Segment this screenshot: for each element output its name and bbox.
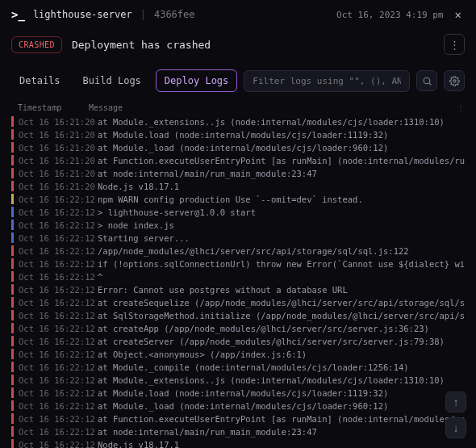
svg-point-2: [453, 79, 455, 82]
log-message: at node:internal/main/run_main_module:23…: [98, 426, 465, 438]
log-timestamp: Oct 16 16:22:12: [19, 323, 93, 334]
log-message: at Function.executeUserEntryPoint [as ru…: [98, 155, 465, 166]
column-timestamp: Timestamp: [18, 103, 82, 112]
log-message: Starting server...: [98, 232, 465, 244]
column-menu-icon[interactable]: ⋮: [457, 103, 465, 112]
log-columns: Timestamp Message ⋮: [0, 100, 476, 115]
severity-stripe: [11, 400, 14, 411]
filter-input[interactable]: [244, 70, 410, 92]
log-timestamp: Oct 16 16:22:12: [19, 220, 93, 231]
log-row[interactable]: Oct 16 16:22:12at createSequelize (/app/…: [11, 296, 465, 309]
log-row[interactable]: Oct 16 16:22:12at Module._compile (node:…: [11, 361, 465, 374]
search-button[interactable]: [416, 70, 437, 91]
tab-details[interactable]: Details: [11, 70, 69, 91]
log-row[interactable]: Oct 16 16:22:12npm WARN config productio…: [11, 193, 465, 206]
log-timestamp: Oct 16 16:22:12: [19, 336, 93, 347]
log-message: at Module._load (node:internal/modules/c…: [98, 400, 465, 412]
log-timestamp: Oct 16 16:22:12: [19, 362, 93, 373]
log-message: at Module.load (node:internal/modules/cj…: [98, 129, 465, 140]
arrow-down-icon: ↓: [453, 422, 459, 434]
column-message: Message: [89, 103, 465, 112]
tab-deploy-logs[interactable]: Deploy Logs: [156, 69, 237, 92]
divider: |: [140, 9, 146, 20]
log-timestamp: Oct 16 16:22:12: [19, 413, 93, 425]
log-message: at Function.executeUserEntryPoint [as ru…: [98, 413, 465, 425]
log-timestamp: Oct 16 16:22:12: [19, 245, 93, 257]
severity-stripe: [11, 142, 14, 153]
severity-stripe: [11, 220, 14, 230]
dots-vertical-icon: ⋮: [449, 39, 460, 51]
severity-stripe: [11, 194, 14, 204]
log-row[interactable]: Oct 16 16:22:12at Module._extensions..js…: [11, 374, 465, 387]
log-timestamp: Oct 16 16:22:12: [19, 349, 93, 360]
tab-build-logs[interactable]: Build Logs: [75, 70, 149, 91]
severity-stripe: [11, 284, 14, 295]
log-row[interactable]: Oct 16 16:21:20at node:internal/main/run…: [11, 167, 465, 180]
log-message: Error: Cannot use postgres without a dat…: [98, 284, 465, 295]
severity-stripe: [11, 155, 14, 165]
log-timestamp: Oct 16 16:22:12: [19, 284, 93, 295]
log-row[interactable]: Oct 16 16:22:12/app/node_modules/@lhci/s…: [11, 245, 465, 257]
log-timestamp: Oct 16 16:22:12: [19, 426, 93, 438]
log-row[interactable]: Oct 16 16:22:12at Object.<anonymous> (/a…: [11, 348, 465, 361]
log-row[interactable]: Oct 16 16:22:12Node.js v18.17.1: [11, 438, 465, 448]
close-icon[interactable]: ✕: [452, 8, 465, 21]
log-timestamp: Oct 16 16:22:12: [19, 207, 93, 218]
tabs-row: Details Build Logs Deploy Logs: [0, 65, 476, 100]
log-row[interactable]: Oct 16 16:22:12> lighthouse-server@1.0.0…: [11, 206, 465, 219]
log-row[interactable]: Oct 16 16:22:12at createServer (/app/nod…: [11, 335, 465, 348]
log-timestamp: Oct 16 16:22:12: [19, 439, 93, 448]
log-row[interactable]: Oct 16 16:22:12> node index.js: [11, 219, 465, 232]
log-timestamp: Oct 16 16:22:12: [19, 271, 93, 283]
settings-button[interactable]: [444, 70, 465, 91]
log-message: if (!options.sqlConnectionUrl) throw new…: [98, 258, 465, 270]
log-message: at createServer (/app/node_modules/@lhci…: [98, 336, 465, 347]
more-menu-button[interactable]: ⋮: [444, 34, 465, 55]
log-message: Node.js v18.17.1: [98, 439, 465, 448]
log-message: at node:internal/main/run_main_module:23…: [98, 168, 465, 179]
severity-stripe: [11, 310, 14, 320]
log-row[interactable]: Oct 16 16:21:20Node.js v18.17.1: [11, 180, 465, 193]
log-row[interactable]: Oct 16 16:22:12at node:internal/main/run…: [11, 425, 465, 438]
server-name[interactable]: lighthouse-server: [33, 9, 132, 20]
terminal-icon: >_: [11, 8, 25, 21]
log-message: at createSequelize (/app/node_modules/@l…: [98, 297, 465, 308]
log-list[interactable]: Oct 16 16:21:20at Module._extensions..js…: [0, 115, 476, 448]
commit-hash[interactable]: 4366fee: [154, 9, 195, 20]
log-timestamp: Oct 16 16:21:20: [19, 129, 93, 140]
log-timestamp: Oct 16 16:22:12: [19, 387, 93, 399]
severity-stripe: [11, 336, 14, 346]
status-message: Deployment has crashed: [72, 39, 211, 51]
log-row[interactable]: Oct 16 16:22:12Error: Cannot use postgre…: [11, 283, 465, 296]
log-message: Node.js v18.17.1: [98, 181, 465, 192]
scroll-controls: ↑ ↓: [445, 391, 466, 438]
arrow-up-icon: ↑: [453, 396, 459, 408]
log-row[interactable]: Oct 16 16:22:12at Function.executeUserEn…: [11, 412, 465, 425]
log-message: at createApp (/app/node_modules/@lhci/se…: [98, 323, 465, 334]
severity-stripe: [11, 129, 14, 140]
gear-icon: [449, 76, 460, 86]
severity-stripe: [11, 271, 14, 282]
log-message: > node index.js: [98, 220, 465, 231]
log-row[interactable]: Oct 16 16:22:12at Module.load (node:inte…: [11, 387, 465, 400]
severity-stripe: [11, 207, 14, 217]
log-row[interactable]: Oct 16 16:21:20at Module._load (node:int…: [11, 141, 465, 154]
log-row[interactable]: Oct 16 16:22:12Starting server...: [11, 232, 465, 245]
search-icon: [422, 76, 432, 86]
log-row[interactable]: Oct 16 16:22:12at Module._load (node:int…: [11, 400, 465, 412]
log-row[interactable]: Oct 16 16:22:12at createApp (/app/node_m…: [11, 322, 465, 335]
log-row[interactable]: Oct 16 16:22:12at SqlStorageMethod.initi…: [11, 309, 465, 322]
log-row[interactable]: Oct 16 16:21:20at Function.executeUserEn…: [11, 154, 465, 167]
log-timestamp: Oct 16 16:21:20: [19, 181, 93, 192]
log-row[interactable]: Oct 16 16:21:20at Module._extensions..js…: [11, 115, 465, 128]
severity-stripe: [11, 439, 14, 448]
log-timestamp: Oct 16 16:22:12: [19, 375, 93, 386]
severity-stripe: [11, 181, 14, 191]
log-row[interactable]: Oct 16 16:22:12if (!options.sqlConnectio…: [11, 257, 465, 270]
log-row[interactable]: Oct 16 16:21:20at Module.load (node:inte…: [11, 128, 465, 141]
scroll-down-button[interactable]: ↓: [445, 417, 466, 438]
deploy-datetime: Oct 16, 2023 4:19 pm: [336, 10, 443, 20]
severity-stripe: [11, 116, 14, 127]
log-row[interactable]: Oct 16 16:22:12^: [11, 270, 465, 283]
scroll-up-button[interactable]: ↑: [445, 391, 466, 412]
